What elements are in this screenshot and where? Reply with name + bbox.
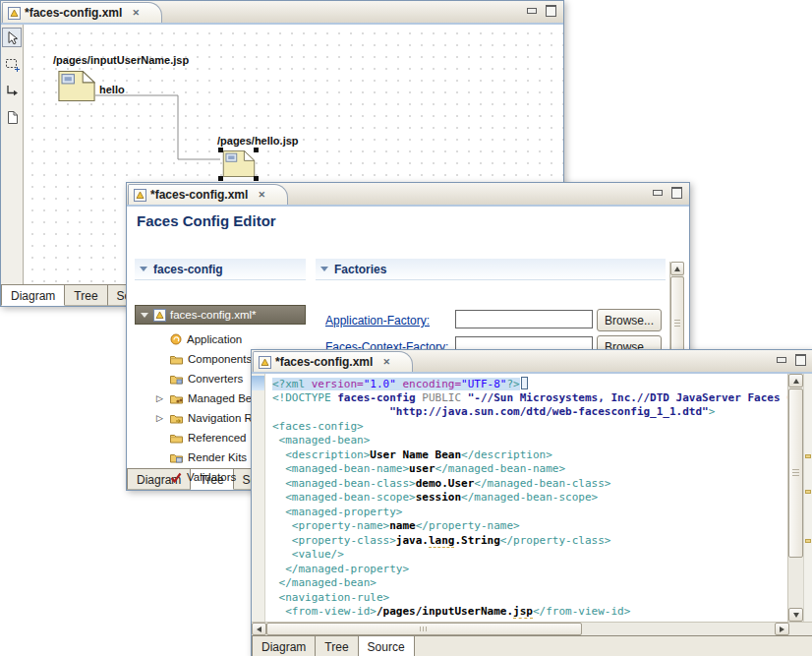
browse-button[interactable]: Browse... bbox=[597, 309, 662, 331]
tree-item-label: Validators bbox=[187, 471, 236, 483]
scrollbar-thumb[interactable] bbox=[788, 388, 803, 558]
source-code-area[interactable]: <?xml version="1.0" encoding="UTF-8"?><!… bbox=[265, 374, 787, 622]
code-line[interactable]: <from-view-id>/pages/inputUserName.jsp</… bbox=[272, 605, 787, 620]
code-line[interactable]: <navigation-rule> bbox=[272, 591, 787, 606]
new-page-tool-button[interactable] bbox=[2, 107, 22, 127]
view-tab-tree[interactable]: Tree bbox=[65, 285, 107, 306]
annotation-ruler[interactable] bbox=[252, 374, 265, 622]
selection-handle[interactable] bbox=[254, 176, 259, 181]
code-line[interactable]: <?xml version="1.0" encoding="UTF-8"?> bbox=[272, 377, 787, 391]
code-line[interactable]: <property-name>name</property-name> bbox=[272, 519, 787, 534]
warning-marker[interactable] bbox=[805, 539, 811, 543]
folder-icon bbox=[170, 393, 183, 404]
code-line[interactable]: <managed-bean> bbox=[272, 434, 787, 448]
view-tab-diagram[interactable]: Diagram bbox=[252, 636, 316, 656]
tree-item-root[interactable]: faces-config.xml* bbox=[135, 305, 306, 325]
horizontal-scrollbar[interactable] bbox=[252, 622, 812, 635]
page-node-label: /pages/hello.jsp bbox=[217, 135, 299, 147]
code-line[interactable]: "http://java.sun.com/dtd/web-facesconfig… bbox=[272, 405, 787, 420]
maximize-icon bbox=[671, 187, 682, 199]
view-tab-tree[interactable]: Tree bbox=[316, 636, 358, 656]
scrollbar-track[interactable] bbox=[266, 623, 775, 635]
minimize-button[interactable] bbox=[775, 354, 787, 366]
selection-handle[interactable] bbox=[218, 148, 223, 152]
arrow-right-icon bbox=[780, 626, 784, 632]
tree-item-validators[interactable]: Validators bbox=[170, 467, 236, 487]
code-line[interactable]: <managed-bean-name>user</managed-bean-na… bbox=[272, 462, 787, 477]
factories-section-header[interactable]: Factories bbox=[316, 259, 666, 280]
code-line[interactable]: <!DOCTYPE faces-config PUBLIC "-//Sun Mi… bbox=[272, 391, 787, 406]
application-factory-link[interactable]: Application-Factory: bbox=[325, 314, 430, 328]
folder-icon bbox=[170, 433, 183, 444]
scrollbar-thumb[interactable] bbox=[266, 623, 582, 635]
scroll-up-button[interactable] bbox=[670, 262, 684, 275]
tree-item-referenced-beans[interactable]: Referenced bbox=[170, 428, 246, 447]
vertical-scrollbar[interactable] bbox=[787, 374, 803, 622]
minimize-button[interactable] bbox=[525, 5, 538, 17]
tree-item-application[interactable]: Application bbox=[170, 329, 242, 349]
selection-handle[interactable] bbox=[254, 148, 259, 152]
section-collapse-icon[interactable] bbox=[320, 267, 328, 271]
select-tool-button[interactable] bbox=[2, 28, 22, 47]
section-collapse-icon[interactable] bbox=[140, 267, 147, 271]
code-line[interactable]: <property-class>java.lang.String</proper… bbox=[272, 534, 787, 549]
expand-arrow-icon[interactable]: ▷ bbox=[156, 413, 163, 423]
tree-item-navigation-rules[interactable]: ▷ Navigation R bbox=[170, 408, 253, 428]
overview-section-header[interactable]: faces-config bbox=[135, 259, 306, 280]
jsp-page-icon bbox=[58, 71, 95, 101]
check-icon bbox=[170, 472, 182, 483]
view-tab-diagram[interactable]: Diagram bbox=[1, 285, 65, 306]
text-caret bbox=[521, 377, 528, 389]
new-page-icon bbox=[5, 110, 20, 125]
current-line-marker bbox=[252, 376, 264, 390]
section-title: Factories bbox=[334, 263, 386, 276]
page-node-input-user-name[interactable] bbox=[58, 71, 95, 104]
connection-label[interactable]: hello bbox=[99, 84, 125, 95]
page-node-hello[interactable] bbox=[221, 150, 257, 180]
scroll-left-button[interactable] bbox=[252, 623, 266, 635]
selection-handle[interactable] bbox=[218, 176, 223, 181]
tree-item-components[interactable]: Components bbox=[170, 349, 252, 369]
code-line[interactable]: <managed-bean-class>demo.User</managed-b… bbox=[272, 477, 787, 492]
maximize-button[interactable] bbox=[670, 187, 683, 199]
scroll-right-button[interactable] bbox=[775, 623, 789, 635]
warning-marker[interactable] bbox=[805, 490, 811, 494]
code-line[interactable]: <managed-bean-scope>session</managed-bea… bbox=[272, 491, 787, 506]
scroll-down-button[interactable] bbox=[788, 608, 803, 622]
code-line[interactable]: <faces-config> bbox=[272, 420, 787, 435]
close-icon[interactable]: ✕ bbox=[382, 357, 390, 367]
connection-tool-button[interactable] bbox=[2, 81, 22, 100]
tree-item-render-kits[interactable]: Render Kits bbox=[170, 447, 247, 467]
marquee-icon bbox=[5, 57, 20, 72]
view-tab-source[interactable]: Source bbox=[359, 636, 415, 656]
editor-tab-faces-config[interactable]: *faces-config.xml ✕ bbox=[2, 2, 162, 23]
page-title: Faces Config Editor bbox=[137, 212, 276, 229]
editor-tab-faces-config[interactable]: *faces-config.xml ✕ bbox=[253, 351, 413, 372]
marquee-tool-button[interactable] bbox=[2, 54, 22, 74]
tree-item-converters[interactable]: Converters bbox=[170, 369, 243, 388]
minimize-button[interactable] bbox=[651, 187, 664, 199]
expand-arrow-icon[interactable]: ▷ bbox=[156, 393, 163, 403]
close-icon[interactable]: ✕ bbox=[258, 190, 265, 200]
editor-tab-faces-config[interactable]: *faces-config.xml ✕ bbox=[128, 184, 288, 205]
maximize-button[interactable] bbox=[794, 354, 807, 366]
maximize-button[interactable] bbox=[545, 5, 557, 17]
section-title: faces-config bbox=[153, 263, 223, 276]
code-line[interactable]: </managed-property> bbox=[272, 563, 787, 577]
code-line[interactable]: </managed-bean> bbox=[272, 576, 787, 591]
application-factory-input[interactable] bbox=[455, 310, 593, 328]
scrollbar-corner bbox=[789, 623, 812, 635]
warning-marker[interactable] bbox=[805, 454, 811, 458]
overview-ruler[interactable] bbox=[803, 374, 812, 622]
code-line[interactable]: <value/> bbox=[272, 548, 787, 563]
code-line[interactable]: <description>User Name Bean</description… bbox=[272, 448, 787, 463]
collapse-arrow-icon[interactable] bbox=[141, 313, 148, 318]
select-arrow-icon bbox=[5, 30, 20, 45]
code-line[interactable]: <managed-property> bbox=[272, 506, 787, 520]
folder-icon bbox=[170, 354, 183, 365]
editor-tab-bar: *faces-config.xml ✕ bbox=[252, 350, 812, 374]
editor-tab-title: *faces-config.xml bbox=[275, 355, 373, 369]
scroll-up-button[interactable] bbox=[788, 374, 803, 388]
close-icon[interactable]: ✕ bbox=[132, 8, 140, 18]
view-tab-bar: Diagram Tree Source bbox=[252, 635, 812, 656]
